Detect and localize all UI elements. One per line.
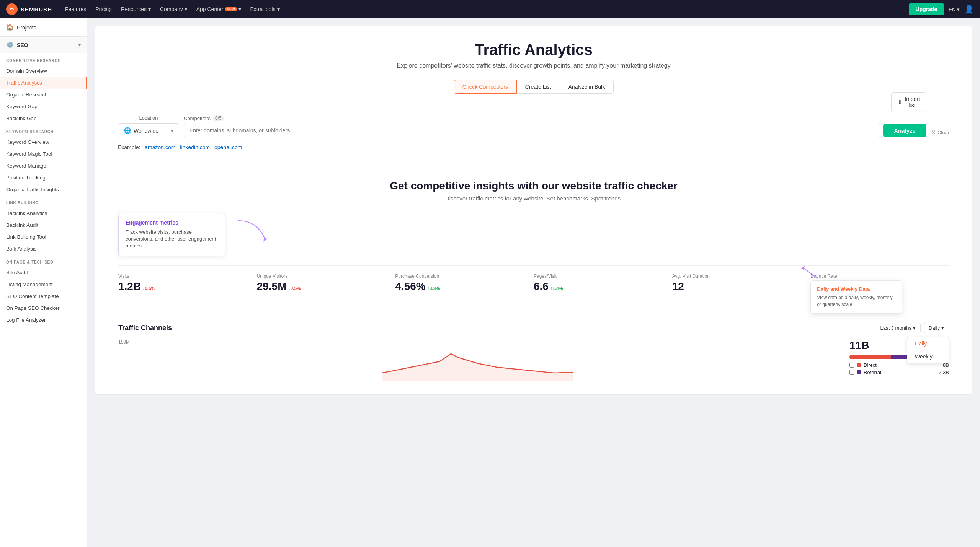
page-title: Traffic Analytics [118,41,949,59]
option-weekly[interactable]: Weekly [907,350,949,363]
bar-direct [849,355,891,359]
seo-icon: ⚙️ [6,41,14,49]
period-dropdown[interactable]: Last 3 months ▾ [875,323,921,333]
metric-uv-value: 29.5M ↓0.5% [257,280,388,293]
section-onpage-tech-seo: ON PAGE & TECH SEO [0,255,87,267]
sidebar-item-link-building-tool[interactable]: Link Building Tool [0,231,87,243]
example-openai[interactable]: openai.com [214,144,242,150]
period-chevron-icon: ▾ [913,325,916,331]
sidebar-item-on-page-seo-checker[interactable]: On Page SEO Checker [0,302,87,314]
channels-title: Traffic Channels [118,324,172,332]
competitors-count: 0/5 [213,115,224,121]
location-label: Location [118,115,179,121]
granularity-menu: Daily Weekly [907,337,949,363]
sidebar-item-domain-overview[interactable]: Domain Overview [0,65,87,77]
granularity-label: Daily [929,325,940,331]
nav-features[interactable]: Features [61,4,90,15]
projects-label: Projects [17,24,36,31]
legend-direct-dot [857,363,861,367]
metric-uv-change: ↓0.5% [288,286,301,291]
legend-direct-checkbox[interactable] [849,363,854,368]
upgrade-button[interactable]: Upgrade [909,3,944,15]
top-navigation: SEMRUSH Features Pricing Resources ▾ Com… [0,0,980,18]
logo[interactable]: SEMRUSH [6,3,52,15]
example-linkedin[interactable]: linkedin.com [180,144,210,150]
seo-header[interactable]: ⚙️ SEO ▾ [0,37,87,53]
sidebar-item-keyword-magic-tool[interactable]: Keyword Magic Tool [0,148,87,160]
nav-resources[interactable]: Resources ▾ [117,4,155,15]
sidebar-item-keyword-overview[interactable]: Keyword Overview [0,136,87,148]
daily-tooltip-title: Daily and Weekly Data [817,286,896,292]
sidebar-item-backlink-audit[interactable]: Backlink Audit [0,219,87,231]
sidebar-item-position-tracking[interactable]: Position Tracking [0,172,87,184]
svg-point-0 [6,3,18,15]
granularity-chevron-icon: ▾ [941,325,944,331]
legend-referral-checkbox[interactable] [849,370,854,375]
worldwide-label: Worldwide [134,128,158,134]
metric-pv-label: Pages/Visit [534,274,665,279]
metric-unique-visitors: Unique Visitors 29.5M ↓0.5% [257,274,395,314]
user-menu[interactable]: 👤 [964,5,974,14]
sidebar-item-listing-management[interactable]: Listing Management [0,278,87,290]
metric-avd-value: 12 [672,280,803,293]
language-selector[interactable]: EN ▾ [949,7,960,12]
chart-y-label: 180M [118,339,837,345]
nav-appcenter[interactable]: App Center new ▾ [193,4,245,15]
competitors-label-row: Competitors 0/5 [184,115,926,121]
legend-referral-label: Referral [864,370,881,375]
metrics-row: Visits 1.2B ↓0.5% Unique Visitors 29.5M … [118,265,949,314]
hero-subtitle: Explore competitors' website traffic sta… [118,62,949,69]
sidebar-item-log-file-analyzer[interactable]: Log File Analyzer [0,314,87,326]
tab-create-list[interactable]: Create List [516,80,560,94]
insights-subtitle: Discover traffic metrics for any website… [118,195,949,202]
analyze-button[interactable]: Analyze [883,124,926,137]
sidebar-item-keyword-manager[interactable]: Keyword Manager [0,160,87,172]
sidebar-item-seo-content-template[interactable]: SEO Content Template [0,290,87,302]
sidebar-item-backlink-gap[interactable]: Backlink Gap [0,112,87,124]
legend-referral: Referral 2.3B [849,370,949,375]
nav-company[interactable]: Company ▾ [156,4,191,15]
sidebar-item-organic-traffic-insights[interactable]: Organic Traffic Insights [0,184,87,195]
competitors-input[interactable] [184,124,880,137]
sidebar-item-organic-research[interactable]: Organic Research [0,89,87,101]
section-link-building: LINK BUILDING [0,195,87,207]
engagement-area: Engagement metrics Track website visits,… [118,213,949,256]
granularity-dropdown[interactable]: Daily ▾ [924,323,949,333]
competitors-input-row: Analyze [184,124,926,137]
brand-name: SEMRUSH [21,6,52,13]
insights-title: Get competitive insights with our websit… [118,180,949,192]
section-keyword-research: KEYWORD RESEARCH [0,124,87,136]
legend-referral-left: Referral [849,370,881,375]
worldwide-chevron-icon: ▾ [171,128,173,134]
clear-button[interactable]: ✕ Clear [931,115,949,136]
metric-visits-label: Visits [118,274,249,279]
sidebar-item-bulk-analysis[interactable]: Bulk Analysis [0,243,87,255]
sidebar-item-site-audit[interactable]: Site Audit [0,267,87,278]
import-list-button[interactable]: ⬇ Import list [891,92,926,112]
nav-extratools[interactable]: Extra tools ▾ [247,4,284,15]
tab-analyze-in-bulk[interactable]: Analyze in Bulk [560,80,614,94]
location-competitors-row: Location 🌐 Worldwide ▾ Competitors 0/5 A… [118,115,949,138]
tabs-row: Check Competitors Create List Analyze in… [118,80,949,104]
granularity-dropdown-container: Daily ▾ Daily Weekly [924,323,949,333]
sidebar-item-traffic-analytics[interactable]: Traffic Analytics [0,77,87,89]
metric-pc-label: Purchase Conversion [395,274,526,279]
import-label: Import list [905,96,920,108]
metric-avg-visit-duration: Avg. Visit Duration 12 [672,274,811,314]
tab-check-competitors[interactable]: Check Competitors [454,80,517,94]
nav-pricing[interactable]: Pricing [91,4,116,15]
sidebar-item-keyword-gap[interactable]: Keyword Gap [0,101,87,112]
sidebar-projects[interactable]: 🏠 Projects [0,18,87,37]
clear-label: Clear [938,130,949,135]
insights-section: Get competitive insights with our websit… [95,164,972,395]
sidebar-item-backlink-analytics[interactable]: Backlink Analytics [0,207,87,219]
example-label: Example: [118,144,140,150]
example-amazon[interactable]: amazon.com [145,144,175,150]
option-daily[interactable]: Daily [907,337,949,350]
seo-label: SEO [17,42,28,48]
globe-icon: 🌐 [124,127,131,134]
engagement-tooltip: Engagement metrics Track website visits,… [118,213,225,256]
page-layout: 🏠 Projects ⚙️ SEO ▾ COMPETITIVE RESEARCH… [0,18,980,547]
traffic-channels-section: Traffic Channels Last 3 months ▾ Daily ▾ [118,323,949,382]
worldwide-button[interactable]: 🌐 Worldwide ▾ [118,123,179,138]
